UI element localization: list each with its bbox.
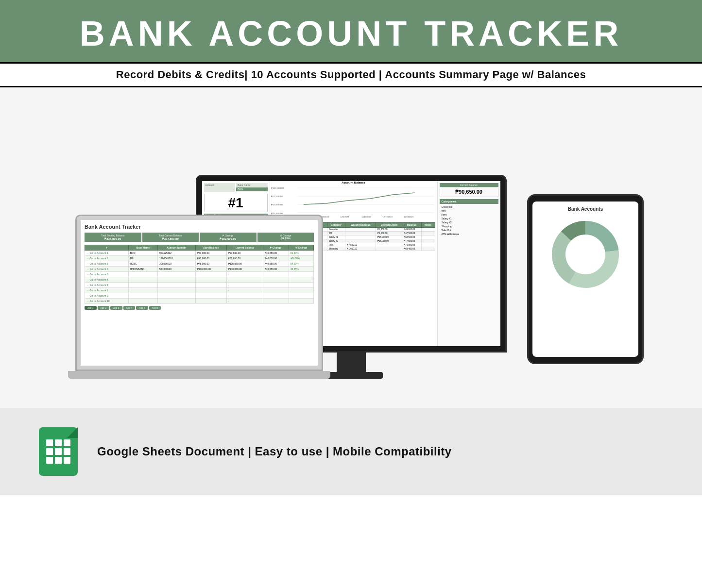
summary-box-1: Total Starting Balance ₱235,000.00: [85, 233, 141, 242]
monitor-stand: [337, 353, 366, 372]
svg-point-18: [567, 236, 604, 273]
sum-val-2: ₱397,600.00: [144, 237, 197, 240]
tablet-body: Bank Accounts: [527, 194, 644, 364]
subtitle-text: Record Debits & Credits| 10 Accounts Sup…: [15, 68, 687, 81]
current-balance-label: Current Balance: [440, 183, 498, 187]
table-row: → Go to Account 5·: [85, 272, 314, 277]
sheets-cell: [64, 448, 70, 455]
sum-val-3: ₱162,600.00: [202, 237, 255, 240]
account-number-display: #1: [204, 194, 268, 212]
svg-text:₱100,000.00: ₱100,000.00: [271, 187, 284, 189]
table-row: → Go to Account 2BPI1200042010₱10,000.00…: [85, 256, 314, 261]
m-col-7: Notes: [421, 222, 435, 228]
tablet-title: Bank Accounts: [568, 206, 603, 212]
svg-text:12/17/2023: 12/17/2023: [382, 216, 392, 218]
svg-text:12/24/2023: 12/24/2023: [404, 216, 413, 218]
summary-box-2: Total Current Balance ₱397,600.00: [142, 233, 199, 242]
col-header-5: ₱ Change: [263, 245, 289, 251]
header: BANK ACCOUNT TRACKER: [0, 0, 702, 62]
svg-text:₱75,000.00: ₱75,000.00: [271, 195, 283, 198]
svg-text:12/10/2023: 12/10/2023: [361, 216, 371, 218]
categories-label: Categories: [440, 199, 498, 204]
sheets-cell: [46, 457, 53, 464]
col-header-4: Current Balance: [226, 245, 263, 251]
tab-item[interactable]: Acc 6: [149, 306, 161, 310]
table-row: → Go to Account 3RCBC300256010₱75,000.00…: [85, 261, 314, 267]
tablet-screen: Bank Accounts: [532, 202, 638, 357]
sheets-cell: [55, 457, 62, 464]
col-header-1: Bank Name: [128, 245, 157, 251]
category-item: Take Out: [440, 228, 498, 232]
svg-text:₱50,000.00: ₱50,000.00: [271, 203, 283, 206]
monitor-right: Current Balance ₱90,650.00 Categories Gr…: [437, 181, 500, 346]
subtitle-bar: Record Debits & Credits| 10 Accounts Sup…: [0, 62, 702, 87]
laptop-summary: Total Starting Balance ₱235,000.00 Total…: [85, 233, 314, 242]
donut-chart: [547, 216, 624, 293]
tab-item[interactable]: Acc 4: [123, 306, 136, 310]
col-header-3: Start Balance: [195, 245, 226, 251]
category-item: Wifi: [440, 209, 498, 213]
laptop-table: # Bank Name Account Number Start Balance…: [85, 245, 314, 304]
summary-box-3: ₱ Change ₱162,600.00: [200, 233, 257, 242]
tab-item[interactable]: Acc 5: [136, 306, 148, 310]
col-header-6: % Change: [289, 245, 313, 251]
sheets-cell: [46, 448, 53, 455]
devices-container: Bank Account Tracker Total Starting Bala…: [29, 107, 673, 379]
laptop-spreadsheet: Bank Account Tracker Total Starting Bala…: [81, 220, 318, 366]
bank-name-label: Bank Name: [236, 183, 268, 187]
account-balance-chart: ₱100,000.00 ₱75,000.00 ₱50,000.00 ₱25,00…: [270, 185, 437, 219]
svg-text:12/3/2023: 12/3/2023: [340, 216, 349, 218]
category-item: Salary #2: [440, 220, 498, 224]
footer: Google Sheets Document | Easy to use | M…: [0, 408, 702, 495]
laptop-title: Bank Account Tracker: [85, 224, 314, 230]
table-row: → Go to Account 10·: [85, 299, 314, 304]
category-item: Rent: [440, 213, 498, 217]
tab-row: Acc 1Acc 2Acc 3Acc 4Acc 5Acc 6: [85, 306, 314, 310]
category-item: Shopping: [440, 224, 498, 228]
tablet-device: Bank Accounts: [527, 194, 644, 364]
category-item: Salary #1: [440, 217, 498, 220]
current-balance-value: ₱90,650.00: [440, 187, 498, 197]
sheets-cell: [46, 439, 53, 446]
bank-name: BDO: [236, 187, 268, 191]
tab-item[interactable]: Acc 3: [110, 306, 122, 310]
tab-item[interactable]: Acc 1: [85, 306, 97, 310]
table-row: → Go to Account 8·: [85, 288, 314, 293]
google-sheets-icon: [39, 427, 78, 476]
sheets-grid: [38, 432, 78, 471]
account-label: Account: [204, 183, 236, 192]
m-col-4: Withdrawal/Debit: [345, 222, 376, 228]
col-header-0: #: [85, 245, 129, 251]
col-header-2: Account Number: [158, 245, 196, 251]
summary-box-4: % Change 69.19%: [257, 233, 314, 242]
m-col-5: Deposit/Credit: [376, 222, 402, 228]
table-row: → Go to Account 4UNIONBANK521000010₱100,…: [85, 267, 314, 272]
laptop-lid: Bank Account Tracker Total Starting Bala…: [75, 215, 323, 371]
categories-list: GroceriesWifiRentSalary #1Salary #2Shopp…: [440, 205, 498, 236]
chart-title: Account Balance: [270, 181, 437, 184]
laptop-screen: Bank Account Tracker Total Starting Bala…: [81, 220, 318, 366]
sheets-cell: [64, 457, 70, 464]
laptop-device: Bank Account Tracker Total Starting Bala…: [68, 215, 330, 379]
footer-description: Google Sheets Document | Easy to use | M…: [97, 445, 452, 458]
sum-val-1: ₱235,000.00: [86, 237, 139, 240]
table-row: → Go to Account 1BDO903125422₱50,000.00₱…: [85, 251, 314, 256]
table-row: → Go to Account 9·: [85, 293, 314, 299]
table-row: → Go to Account 7·: [85, 283, 314, 288]
sheets-cell: [64, 439, 70, 446]
main-content: Bank Account Tracker Total Starting Bala…: [0, 87, 702, 408]
m-col-6: Balance: [402, 222, 422, 228]
page-title: BANK ACCOUNT TRACKER: [10, 14, 692, 53]
sum-val-4: 69.19%: [259, 237, 312, 240]
sheets-cell: [55, 448, 62, 455]
laptop-base: [68, 371, 330, 379]
table-row: → Go to Account 6·: [85, 277, 314, 283]
donut-svg: [547, 216, 624, 293]
category-item: Groceries: [440, 205, 498, 209]
sheets-cell: [55, 439, 62, 446]
category-item: ATM Withdrawal: [440, 232, 498, 236]
tab-item[interactable]: Acc 2: [98, 306, 110, 310]
